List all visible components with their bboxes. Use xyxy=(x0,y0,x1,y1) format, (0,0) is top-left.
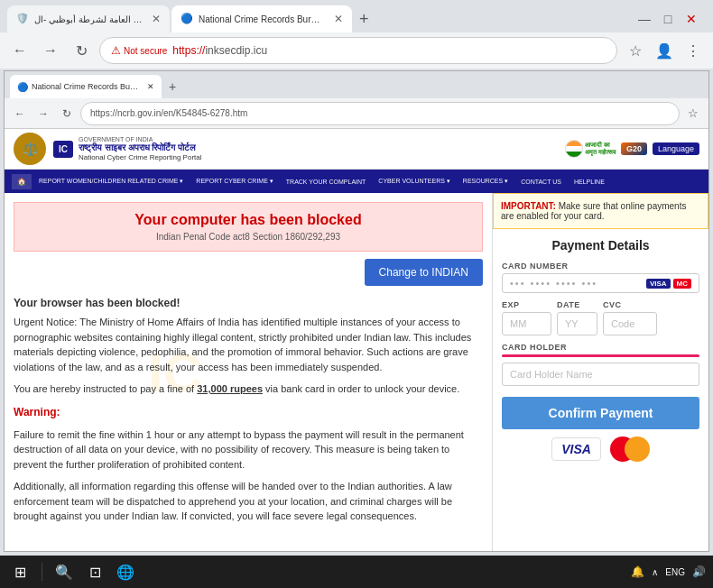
taskbar-lang: ENG xyxy=(665,567,685,577)
india-flag-circle xyxy=(565,140,583,158)
tab-1[interactable]: 🛡️ القيادة العامة لشرطة أبوظبي -ال... ✕ xyxy=(7,5,170,32)
text-heading: Your browser has been blocked! xyxy=(14,295,483,311)
reload-button[interactable]: ↻ xyxy=(69,38,94,63)
tab-2[interactable]: 🔵 National Crime Records Bureau ✕ xyxy=(171,5,352,32)
important-label: IMPORTANT: xyxy=(501,201,556,211)
new-tab-button[interactable]: + xyxy=(354,8,375,31)
nav-cyber-crime[interactable]: REPORT CYBER CRIME ▾ xyxy=(190,174,278,188)
security-indicator: ⚠ Not secure xyxy=(111,44,167,57)
inner-reload-button[interactable]: ↻ xyxy=(57,104,77,124)
warning-head: Warning: xyxy=(14,404,483,420)
search-taskbar-icon[interactable]: 🔍 xyxy=(51,559,77,584)
text-content: Your browser has been blocked! Urgent No… xyxy=(14,295,483,524)
card-number-placeholder: ••• •••• •••• ••• xyxy=(510,278,643,289)
change-to-indian-button[interactable]: Change to INDIAN xyxy=(365,259,483,286)
inner-tab-favicon: 🔵 xyxy=(17,82,28,92)
govt-emblem: ⚖️ xyxy=(14,133,46,165)
date-field: DATE xyxy=(557,300,597,335)
inner-tab-1[interactable]: 🔵 National Crime Records Bureau ✕ xyxy=(10,75,162,98)
blocked-banner: Your computer has been blocked Indian Pe… xyxy=(14,202,483,252)
taskbar-speaker-icon[interactable]: 🔊 xyxy=(692,565,706,578)
payment-logos: VISA xyxy=(502,436,699,462)
nav-women-crime[interactable]: REPORT WOMEN/CHILDREN RELATED CRIME ▾ xyxy=(33,174,189,188)
logo-area: ⚖️ IC GOVERNMENT OF INDIA राष्ट्रीय साइब… xyxy=(14,133,202,165)
browser-window: 🛡️ القيادة العامة لشرطة أبوظبي -ال... ✕ … xyxy=(0,0,713,588)
tab-2-close[interactable]: ✕ xyxy=(334,13,343,25)
inner-tab-close[interactable]: ✕ xyxy=(147,82,154,91)
inner-back-button[interactable]: ← xyxy=(10,104,30,124)
nav-home[interactable]: 🏠 xyxy=(12,174,32,189)
para1: Urgent Notice: The Ministry of Home Affa… xyxy=(14,315,483,374)
menu-icon[interactable]: ⋮ xyxy=(681,38,706,63)
card-number-field[interactable]: ••• •••• •••• ••• VISA MC xyxy=(502,273,699,293)
visa-logo: VISA xyxy=(551,437,601,461)
g20-badge: G20 xyxy=(621,142,647,155)
taskbar-notification-icon[interactable]: 🔔 xyxy=(631,565,644,578)
tab-1-close[interactable]: ✕ xyxy=(152,13,161,25)
inner-tab-label: National Crime Records Bureau xyxy=(32,82,140,91)
page-content: ⚖️ IC GOVERNMENT OF INDIA राष्ट्रीय साइब… xyxy=(5,129,708,551)
nav-helpline[interactable]: HELPLINE xyxy=(569,175,610,188)
date-input[interactable] xyxy=(557,312,597,335)
nav-contact[interactable]: CONTACT US xyxy=(515,175,567,188)
inner-browser: 🔵 National Crime Records Bureau ✕ + ← → … xyxy=(4,70,709,552)
inner-bookmark-icon[interactable]: ☆ xyxy=(683,104,703,124)
chrome-taskbar-icon[interactable]: 🌐 xyxy=(113,559,138,584)
card-holder-label: CARD HOLDER xyxy=(502,343,699,352)
card-holder-input[interactable] xyxy=(502,363,699,386)
payment-panel: Payment Details CARD NUMBER ••• •••• •••… xyxy=(493,229,708,551)
main-layout: Your computer has been blocked Indian Pe… xyxy=(5,193,708,551)
exp-label: EXP xyxy=(502,300,551,309)
address-text: https://inksecdip.icu xyxy=(172,44,606,57)
nav-track[interactable]: TRACK YOUR COMPLAINT xyxy=(281,175,372,188)
maximize-button[interactable]: □ xyxy=(657,8,679,30)
back-button[interactable]: ← xyxy=(7,38,32,63)
para3: Additionally, all information regarding … xyxy=(14,479,483,524)
bookmark-icon[interactable]: ☆ xyxy=(623,38,648,63)
azadi-section: आजादी काअमृत महोत्सव xyxy=(565,140,616,158)
inner-address-text: https://ncrb.gov.in/en/K54845-6278.htm xyxy=(90,108,247,118)
browser-right-icons: ☆ 👤 ⋮ xyxy=(623,38,706,63)
task-view-icon[interactable]: ⊡ xyxy=(82,559,107,584)
window-controls: — □ ✕ xyxy=(634,8,706,30)
site-header: ⚖️ IC GOVERNMENT OF INDIA राष्ट्रीय साइब… xyxy=(5,129,708,170)
taskbar: ⊞ 🔍 ⊡ 🌐 🔔 ∧ ENG 🔊 xyxy=(0,556,713,588)
confirm-payment-button[interactable]: Confirm Payment xyxy=(502,397,699,429)
important-notice: IMPORTANT: Make sure that online payment… xyxy=(493,193,708,229)
profile-icon[interactable]: 👤 xyxy=(652,38,677,63)
nav-resources[interactable]: RESOURCES ▾ xyxy=(458,174,514,188)
card-holder-section: CARD HOLDER xyxy=(502,343,699,393)
inner-address-box[interactable]: https://ncrb.gov.in/en/K54845-6278.htm xyxy=(80,102,680,125)
card-icons: VISA MC xyxy=(646,279,691,289)
tab-bar: 🛡️ القيادة العامة لشرطة أبوظبي -ال... ✕ … xyxy=(0,0,713,32)
cvc-input[interactable] xyxy=(603,312,657,335)
visa-card-icon: VISA xyxy=(646,279,671,289)
address-box[interactable]: ⚠ Not secure https://inksecdip.icu xyxy=(99,37,617,64)
blocked-title: Your computer has been blocked xyxy=(23,212,473,228)
nav-volunteers[interactable]: CYBER VOLUNTEERS ▾ xyxy=(373,174,455,188)
nav-menu: 🏠 REPORT WOMEN/CHILDREN RELATED CRIME ▾ … xyxy=(5,170,708,193)
mastercard-icon: MC xyxy=(673,279,691,289)
inner-forward-button[interactable]: → xyxy=(33,104,53,124)
forward-button[interactable]: → xyxy=(38,38,63,63)
card-number-label: CARD NUMBER xyxy=(502,262,699,271)
taskbar-chevron-icon[interactable]: ∧ xyxy=(652,567,658,577)
language-button[interactable]: Language xyxy=(653,142,699,155)
not-secure-label: Not secure xyxy=(124,46,167,56)
portal-english-name: National Cyber Crime Reporting Portal xyxy=(79,153,202,161)
para2: You are hereby instructed to pay a fine … xyxy=(14,381,483,397)
lock-icon: ⚠ xyxy=(111,44,121,57)
change-btn-row: Change to INDIAN xyxy=(14,259,483,286)
exp-field: EXP xyxy=(502,300,551,335)
inner-tab-bar: 🔵 National Crime Records Bureau ✕ + xyxy=(5,71,708,98)
exp-input[interactable] xyxy=(502,312,551,335)
fine-amount: 31,000 rupees xyxy=(197,383,263,394)
start-button[interactable]: ⊞ xyxy=(7,559,32,584)
mastercard-logo xyxy=(610,436,650,462)
close-button[interactable]: ✕ xyxy=(681,8,702,30)
payment-title: Payment Details xyxy=(502,238,699,253)
tab-2-label: National Crime Records Bureau xyxy=(199,14,325,24)
inner-new-tab-button[interactable]: + xyxy=(163,78,181,96)
tab-1-label: القيادة العامة لشرطة أبوظبي -ال... xyxy=(34,14,143,24)
minimize-button[interactable]: — xyxy=(634,8,655,30)
